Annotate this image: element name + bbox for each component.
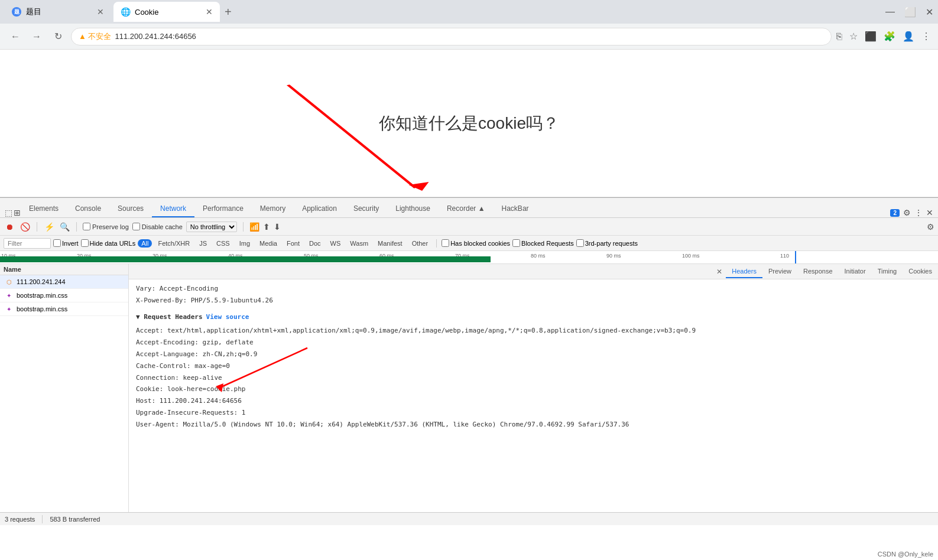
close-button[interactable]: ✕ — [926, 6, 933, 18]
address-input[interactable]: ▲ 不安全 111.200.241.244:64656 — [71, 28, 832, 45]
forward-button[interactable]: → — [28, 28, 45, 45]
tab-security[interactable]: Security — [345, 201, 387, 217]
view-source-link[interactable]: View source — [206, 311, 249, 323]
has-blocked-checkbox[interactable] — [442, 239, 449, 247]
settings-icon[interactable]: ⚙ — [903, 208, 911, 217]
chip-css[interactable]: CSS — [213, 239, 233, 248]
cursor-icon[interactable]: ⬚ — [5, 208, 12, 217]
back-button[interactable]: ← — [7, 28, 24, 45]
profile-icon[interactable]: ⬛ — [865, 31, 877, 42]
chip-media[interactable]: Media — [256, 239, 281, 248]
tab1-close[interactable]: ✕ — [97, 7, 104, 17]
tab-console[interactable]: Console — [67, 201, 109, 217]
filter-bar: Invert Hide data URLs All Fetch/XHR JS C… — [0, 236, 938, 251]
cache-control-header: Cache-Control: max-age=0 — [136, 360, 931, 372]
tab-1[interactable]: 题 题目 ✕ — [5, 2, 111, 22]
chip-doc[interactable]: Doc — [306, 239, 324, 248]
svg-marker-1 — [408, 182, 429, 191]
dock-icon[interactable]: ⊞ — [14, 208, 21, 217]
chip-js[interactable]: JS — [196, 239, 210, 248]
third-party-checkbox[interactable] — [576, 239, 584, 247]
tab-elements[interactable]: Elements — [21, 201, 67, 217]
file2-name: bootstrap.min.css — [17, 292, 67, 299]
maximize-button[interactable]: ⬜ — [904, 6, 916, 18]
upload-icon[interactable]: ⬆ — [263, 222, 270, 232]
host-header: Host: 111.200.241.244:64656 — [136, 395, 931, 407]
preserve-log-checkbox[interactable] — [83, 223, 90, 230]
request-section-text: ▼ Request Headers — [136, 311, 203, 323]
tab-network[interactable]: Network — [152, 201, 194, 217]
invert-label[interactable]: Invert — [53, 239, 79, 247]
has-blocked-label[interactable]: Has blocked cookies — [442, 239, 510, 247]
invert-text: Invert — [62, 240, 79, 247]
invert-checkbox[interactable] — [53, 239, 61, 247]
wifi-icon[interactable]: 📶 — [249, 222, 259, 232]
blocked-requests-text: Blocked Requests — [521, 240, 574, 247]
preserve-log-label[interactable]: Preserve log — [83, 223, 129, 230]
file-item-3[interactable]: ✦ bootstrap.min.css — [0, 302, 128, 316]
chip-ws[interactable]: WS — [327, 239, 345, 248]
chip-img[interactable]: Img — [236, 239, 254, 248]
detail-tab-cookies[interactable]: Cookies — [903, 265, 938, 278]
close-devtools-icon[interactable]: ✕ — [926, 208, 933, 217]
disable-cache-label[interactable]: Disable cache — [132, 223, 183, 230]
tick-100ms: 100 ms — [682, 253, 700, 259]
detail-tab-initiator[interactable]: Initiator — [839, 265, 872, 278]
waterfall-bg — [0, 256, 491, 262]
record-button[interactable]: ⏺ — [4, 221, 15, 233]
account-icon[interactable]: 👤 — [903, 31, 914, 42]
file-list-header: Name — [0, 264, 128, 275]
menu-icon[interactable]: ⋮ — [921, 31, 931, 42]
file-item-1[interactable]: ⬡ 111.200.241.244 — [0, 275, 128, 289]
tab-recorder[interactable]: Recorder ▲ — [439, 201, 494, 217]
chip-fetch-xhr[interactable]: Fetch/XHR — [154, 239, 193, 248]
download-icon[interactable]: ⬇ — [274, 222, 281, 232]
detail-tab-preview[interactable]: Preview — [762, 265, 797, 278]
disable-cache-checkbox[interactable] — [132, 223, 140, 230]
file-item-2[interactable]: ✦ bootstrap.min.css — [0, 289, 128, 302]
third-party-label[interactable]: 3rd-party requests — [576, 239, 638, 247]
chip-font[interactable]: Font — [283, 239, 303, 248]
blocked-requests-checkbox[interactable] — [512, 239, 520, 247]
more-icon[interactable]: ⋮ — [914, 208, 923, 217]
reload-button[interactable]: ↻ — [50, 28, 66, 45]
tab-hackbar[interactable]: HackBar — [494, 201, 537, 217]
tab2-title: Cookie — [135, 8, 158, 17]
throttle-select[interactable]: No throttling — [186, 222, 237, 232]
hide-data-urls-label[interactable]: Hide data URLs — [81, 239, 136, 247]
extensions-icon[interactable]: 🧩 — [884, 31, 895, 42]
cast-icon[interactable]: ⎘ — [836, 31, 842, 42]
upgrade-header: Upgrade-Insecure-Requests: 1 — [136, 407, 931, 419]
status-divider — [42, 515, 43, 523]
tab-application[interactable]: Application — [294, 201, 345, 217]
tab-2[interactable]: 🌐 Cookie ✕ — [113, 2, 220, 22]
tab2-close[interactable]: ✕ — [206, 7, 213, 17]
minimize-button[interactable]: — — [885, 6, 895, 17]
chip-other[interactable]: Other — [408, 239, 432, 248]
chip-wasm[interactable]: Wasm — [346, 239, 372, 248]
tab-memory[interactable]: Memory — [252, 201, 294, 217]
security-warning-icon: ▲ 不安全 — [79, 31, 111, 42]
new-tab-button[interactable]: + — [225, 5, 232, 19]
devtools-left-icons: ⬚ ⊞ — [0, 208, 21, 217]
filter-input[interactable] — [4, 238, 51, 249]
tab-lighthouse[interactable]: Lighthouse — [387, 201, 439, 217]
star-icon[interactable]: ☆ — [849, 31, 858, 42]
detail-close-button[interactable]: ✕ — [716, 268, 722, 276]
chip-manifest[interactable]: Manifest — [374, 239, 406, 248]
hide-data-urls-checkbox[interactable] — [81, 239, 89, 247]
tab-performance[interactable]: Performance — [194, 201, 252, 217]
tab-sources[interactable]: Sources — [109, 201, 152, 217]
detail-tabs: ✕ Headers Preview Response Initiator Tim… — [129, 264, 938, 279]
search-icon[interactable]: 🔍 — [59, 221, 70, 233]
network-settings-icon[interactable]: ⚙ — [927, 222, 934, 232]
detail-tab-response[interactable]: Response — [797, 265, 839, 278]
detail-tab-headers[interactable]: Headers — [726, 265, 762, 278]
filter-icon[interactable]: ⚡ — [43, 221, 55, 233]
detail-tab-timing[interactable]: Timing — [872, 265, 903, 278]
copyright-text: CSDN @Only_kele — [878, 551, 933, 558]
clear-button[interactable]: 🚫 — [19, 221, 31, 233]
preserve-log-text: Preserve log — [92, 223, 129, 230]
blocked-requests-label[interactable]: Blocked Requests — [512, 239, 574, 247]
chip-all[interactable]: All — [138, 239, 152, 248]
